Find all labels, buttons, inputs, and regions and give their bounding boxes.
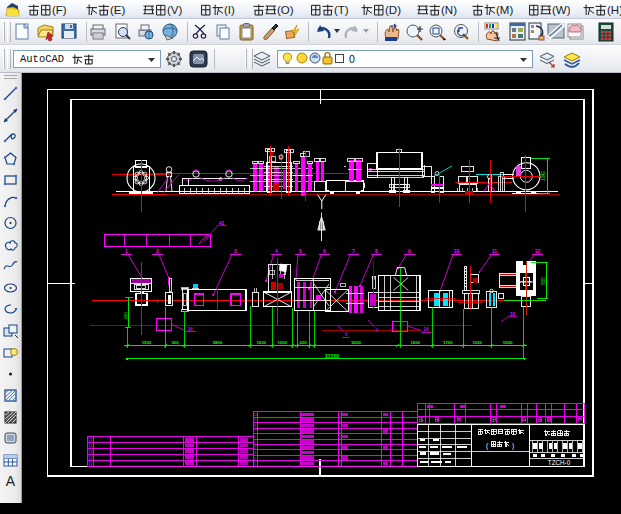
svg-text:13: 13 bbox=[88, 449, 93, 454]
svg-text:3800: 3800 bbox=[213, 340, 223, 345]
svg-text:1000: 1000 bbox=[277, 340, 287, 345]
svg-text:1: 1 bbox=[254, 462, 256, 466]
svg-text:11: 11 bbox=[492, 248, 498, 254]
svg-text:A: A bbox=[6, 473, 16, 489]
svg-text:21500: 21500 bbox=[325, 353, 339, 359]
svg-text:4: 4 bbox=[254, 446, 256, 450]
svg-text:(: ( bbox=[486, 442, 489, 450]
svg-text:300: 300 bbox=[171, 340, 179, 345]
svg-text:(E): (E) bbox=[110, 4, 126, 16]
svg-text:): ) bbox=[512, 442, 514, 450]
svg-text:6: 6 bbox=[323, 248, 326, 254]
svg-text:(N): (N) bbox=[441, 4, 457, 16]
svg-text:1600: 1600 bbox=[256, 340, 266, 345]
svg-text:(H): (H) bbox=[607, 4, 621, 16]
svg-text:4: 4 bbox=[275, 248, 278, 254]
svg-text:3: 3 bbox=[234, 248, 237, 254]
svg-text:2: 2 bbox=[254, 457, 256, 461]
svg-text:1500: 1500 bbox=[472, 340, 482, 345]
svg-text:(T): (T) bbox=[334, 4, 349, 16]
svg-text:9: 9 bbox=[254, 418, 256, 422]
svg-text:41: 41 bbox=[219, 220, 225, 226]
svg-text:14: 14 bbox=[187, 327, 193, 332]
svg-text:1500: 1500 bbox=[503, 340, 513, 345]
svg-text:8: 8 bbox=[254, 424, 256, 428]
svg-text:8: 8 bbox=[375, 248, 378, 254]
svg-text:(O): (O) bbox=[277, 4, 294, 16]
svg-text:10: 10 bbox=[253, 413, 257, 417]
svg-text:(D): (D) bbox=[385, 4, 401, 16]
svg-text:1700: 1700 bbox=[443, 340, 453, 345]
svg-text:1500: 1500 bbox=[142, 340, 152, 345]
svg-text:(M): (M) bbox=[496, 4, 513, 16]
svg-text:1600: 1600 bbox=[410, 340, 420, 345]
svg-text:10: 10 bbox=[510, 312, 516, 317]
svg-text:3: 3 bbox=[254, 451, 256, 455]
svg-text:15: 15 bbox=[88, 437, 93, 442]
svg-text:(V): (V) bbox=[167, 4, 183, 16]
svg-text:200: 200 bbox=[123, 312, 128, 320]
svg-text:5: 5 bbox=[254, 440, 256, 444]
svg-text:4: 4 bbox=[376, 328, 379, 333]
svg-text:14: 14 bbox=[423, 327, 429, 332]
svg-text:2: 2 bbox=[156, 248, 159, 254]
svg-text:7: 7 bbox=[254, 429, 256, 433]
svg-text:(W): (W) bbox=[552, 4, 570, 16]
svg-text:7: 7 bbox=[352, 248, 355, 254]
svg-text:620: 620 bbox=[299, 340, 307, 345]
svg-text:5000: 5000 bbox=[351, 340, 361, 345]
svg-text:9: 9 bbox=[408, 248, 411, 254]
svg-text:1340: 1340 bbox=[541, 170, 546, 181]
svg-text:11: 11 bbox=[88, 461, 93, 466]
svg-text:10: 10 bbox=[454, 248, 460, 254]
svg-text:800: 800 bbox=[541, 277, 546, 285]
svg-text:6: 6 bbox=[254, 435, 256, 439]
svg-text:12: 12 bbox=[88, 455, 93, 460]
svg-text:14: 14 bbox=[88, 443, 93, 448]
svg-text:(I): (I) bbox=[224, 4, 235, 16]
svg-text:12: 12 bbox=[535, 248, 541, 254]
svg-text:5: 5 bbox=[299, 248, 302, 254]
svg-text:1: 1 bbox=[125, 248, 128, 254]
svg-text:6: 6 bbox=[345, 332, 348, 337]
svg-text:TZCH-0: TZCH-0 bbox=[548, 459, 571, 466]
svg-text:(F): (F) bbox=[52, 4, 67, 16]
